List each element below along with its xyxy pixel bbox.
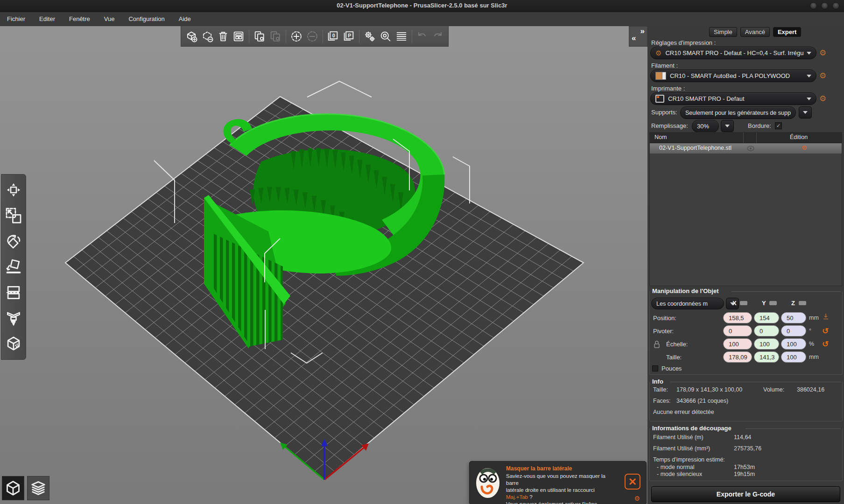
- inches-checkbox[interactable]: [652, 365, 658, 371]
- filament-edit-icon[interactable]: ⚙: [819, 72, 826, 80]
- brim-label: Bordure:: [748, 122, 771, 129]
- scale-reset-icon[interactable]: ↺: [822, 339, 829, 349]
- object-settings-wrench-icon[interactable]: ⚙: [802, 144, 807, 151]
- column-divider: [743, 133, 744, 143]
- menu-aide[interactable]: Aide: [172, 12, 198, 26]
- object-row-selected[interactable]: 02-V1-SupportTelephone.stl ⚙: [650, 143, 842, 154]
- filament-mm3-value: 275735,76: [734, 445, 761, 452]
- printer-combo[interactable]: CR10 SMART PRO - Defaut: [650, 92, 816, 105]
- menu-editer[interactable]: Editer: [32, 12, 62, 26]
- column-edition: Édition: [790, 134, 808, 140]
- print-settings-combo[interactable]: ⚙ CR10 SMART PRO - Defaut - HC=0,4 - Sur…: [650, 47, 816, 59]
- collapse-sidebar-button[interactable]: » «: [629, 26, 647, 47]
- arrange-icon[interactable]: [232, 28, 246, 45]
- editor-3d-view-icon[interactable]: [2, 476, 24, 500]
- delete-object-icon[interactable]: [200, 28, 215, 45]
- rotate-x-field[interactable]: 0: [723, 325, 752, 336]
- filament-mm3-label: Filament Utilisé (mm³): [653, 445, 710, 452]
- rotate-z-field[interactable]: 0: [781, 325, 806, 336]
- shortcut-text: Maj.+Tab: [506, 494, 528, 500]
- close-button[interactable]: [832, 2, 839, 9]
- clippy-icon: [474, 466, 501, 500]
- axis-pill: [799, 301, 806, 305]
- split-to-parts-icon[interactable]: P: [341, 28, 356, 45]
- split-to-objects-icon[interactable]: 0: [325, 28, 340, 45]
- add-object-icon[interactable]: [184, 28, 199, 45]
- rotate-reset-icon[interactable]: ↺: [822, 326, 829, 336]
- axis-pill: [740, 301, 747, 305]
- menu-configuration[interactable]: Configuration: [121, 12, 171, 26]
- svg-text:P: P: [348, 32, 351, 38]
- filament-combo[interactable]: CR10 - SMART AutoBed - PLA POLYWOOD: [650, 70, 816, 82]
- scale-x-field[interactable]: 100: [723, 338, 752, 350]
- info-errors: Aucune erreur détectée: [653, 409, 714, 415]
- printer-edit-icon[interactable]: ⚙: [819, 95, 826, 103]
- supports-combo[interactable]: Seulement pour les générateurs de suppor…: [680, 106, 796, 119]
- delete-all-icon[interactable]: [216, 28, 231, 45]
- preview-layers-icon[interactable]: [27, 476, 49, 500]
- mode-stealth-value: 19h15m: [734, 471, 755, 477]
- viewport-3d[interactable]: 0 P » «: [0, 26, 647, 504]
- column-divider: [756, 133, 757, 143]
- supports-dropdown-button[interactable]: [799, 106, 812, 119]
- search-icon[interactable]: [378, 28, 393, 45]
- seam-icon[interactable]: [3, 333, 24, 354]
- drop-to-bed-icon[interactable]: [822, 313, 830, 320]
- size-z-field[interactable]: 100: [781, 351, 806, 363]
- toolbar-separator: [323, 30, 323, 43]
- size-x-field[interactable]: 178,09: [723, 351, 752, 363]
- rotate-unit: °: [809, 328, 811, 334]
- cut-icon[interactable]: [3, 282, 24, 303]
- scale-z-field[interactable]: 100: [781, 338, 806, 350]
- export-gcode-button[interactable]: Exporter le G-code: [651, 486, 840, 502]
- printer-icon: [655, 95, 664, 103]
- filament-value: CR10 - SMART AutoBed - PLA POLYWOOD: [670, 72, 804, 79]
- paint-supports-icon[interactable]: [3, 308, 24, 329]
- notification-gear-icon[interactable]: ⚙: [634, 495, 640, 502]
- tab-simple[interactable]: Simple: [709, 27, 737, 37]
- notification-line: ?: [528, 494, 533, 500]
- notification-close-button[interactable]: ✕: [625, 474, 640, 490]
- move-icon[interactable]: [3, 180, 24, 200]
- copy-icon[interactable]: [252, 28, 267, 45]
- chevron-down-icon: [807, 75, 811, 77]
- print-settings-label: Réglages d'impression :: [651, 39, 716, 46]
- supports-value: Seulement pour les générateurs de suppor…: [685, 110, 791, 116]
- maximize-button[interactable]: [821, 2, 828, 9]
- size-y-field[interactable]: 141,3: [754, 351, 779, 363]
- menu-fenetre[interactable]: Fenêtre: [62, 12, 97, 26]
- axis-x-header: X: [732, 300, 737, 307]
- tab-avance[interactable]: Avancé: [740, 27, 770, 37]
- infill-combo[interactable]: 30%: [692, 120, 719, 133]
- axis-y-header: Y: [762, 300, 766, 307]
- menu-fichier[interactable]: Fichier: [0, 12, 32, 26]
- tab-expert[interactable]: Expert: [773, 27, 801, 37]
- brim-checkbox[interactable]: ✓: [775, 122, 782, 129]
- position-y-field[interactable]: 154: [754, 312, 779, 323]
- place-on-face-icon[interactable]: [3, 257, 24, 277]
- scale-y-field[interactable]: 100: [754, 338, 779, 350]
- lock-icon[interactable]: [653, 340, 661, 349]
- variable-layer-height-icon[interactable]: [394, 28, 409, 45]
- axis-z-header: Z: [791, 300, 795, 307]
- minimize-button[interactable]: [810, 2, 817, 9]
- coordinates-combo[interactable]: Les coordonnées m: [651, 298, 724, 309]
- mode-normal-label: - mode normal: [657, 464, 695, 470]
- paste-icon: [268, 28, 283, 45]
- add-instance-icon[interactable]: [289, 28, 304, 45]
- position-z-field[interactable]: 50: [781, 312, 806, 323]
- rotate-y-field[interactable]: 0: [754, 325, 779, 336]
- scale-icon[interactable]: [3, 205, 24, 226]
- print-settings-edit-icon[interactable]: ⚙: [819, 49, 826, 57]
- rotate-icon[interactable]: [3, 231, 24, 252]
- eye-icon[interactable]: [747, 146, 754, 151]
- settings-gears-icon[interactable]: [362, 28, 377, 45]
- toolbar-separator: [359, 30, 359, 43]
- position-x-field[interactable]: 158,5: [723, 312, 752, 323]
- object-list: Nom Édition 02-V1-SupportTelephone.stl ⚙: [649, 132, 842, 286]
- scale-unit: %: [809, 341, 814, 347]
- filament-label: Filament :: [651, 62, 678, 69]
- notification-body: Saviez-vous que vous pouvez masquer la b…: [506, 473, 613, 504]
- menu-vue[interactable]: Vue: [97, 12, 122, 26]
- infill-dropdown-button[interactable]: [721, 120, 734, 132]
